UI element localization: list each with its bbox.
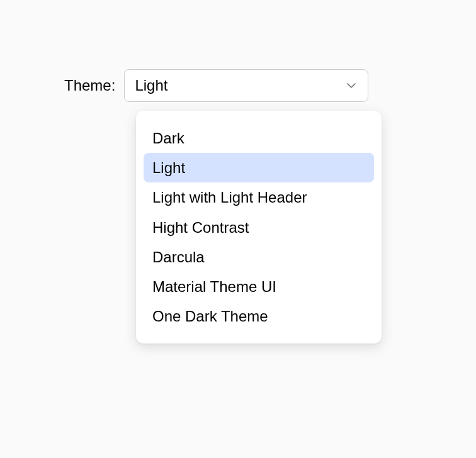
theme-option[interactable]: Darcula [144,242,374,272]
theme-option[interactable]: Hight Contrast [144,213,374,242]
theme-label: Theme: [64,77,115,94]
theme-select-value: Light [135,77,167,94]
theme-row: Theme: Light [64,69,368,102]
theme-select[interactable]: Light [124,69,368,102]
theme-option[interactable]: Dark [144,123,374,153]
chevron-down-icon [345,79,358,92]
theme-option[interactable]: One Dark Theme [144,301,374,331]
theme-dropdown: DarkLightLight with Light HeaderHight Co… [136,111,382,344]
theme-option[interactable]: Material Theme UI [144,272,374,301]
theme-option[interactable]: Light with Light Header [144,182,374,212]
theme-option[interactable]: Light [144,153,374,182]
